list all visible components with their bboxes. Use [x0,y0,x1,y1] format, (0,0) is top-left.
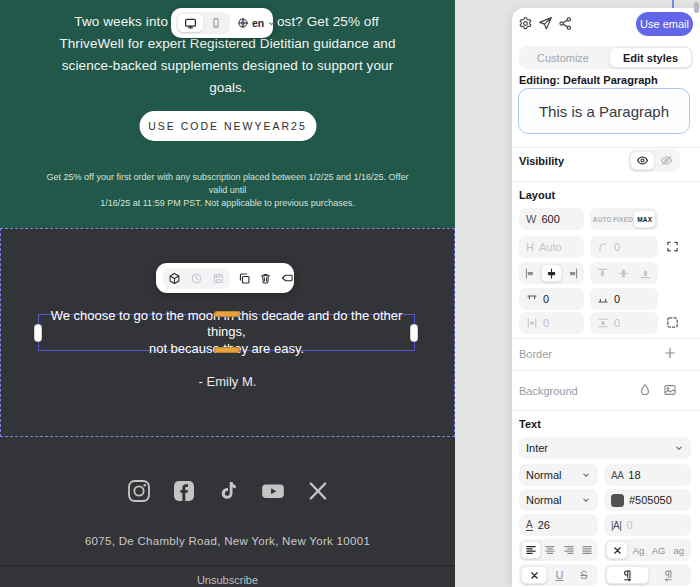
save-icon [212,272,225,285]
language-selector[interactable]: en [235,17,276,29]
padding-bottom-field[interactable]: 0 [590,288,658,310]
height-field[interactable]: H Auto [519,236,584,258]
x-icon[interactable] [306,479,330,503]
share-icon [558,16,573,31]
instagram-icon[interactable] [126,478,152,504]
chevron-down-icon [581,470,591,480]
direction-ltr-button[interactable] [606,566,649,584]
background-image-button[interactable] [663,383,677,397]
align-center-button[interactable] [541,264,563,282]
resize-handle-bottom[interactable] [214,347,240,353]
direction-rtl-button[interactable] [649,566,690,584]
paragraph-style-preview: This is a Paragraph [518,88,690,134]
hero-paragraph[interactable]: science-backed supplements designed to s… [0,58,455,74]
strikethrough-button[interactable]: S [572,566,596,584]
tab-edit-styles[interactable]: Edit styles [609,47,692,68]
x-clear-icon [612,545,623,556]
case-lower-button[interactable]: ag [669,541,689,559]
hero-paragraph[interactable]: ThriveWell for expert Registered Dietiti… [0,36,455,52]
selected-paragraph-block[interactable]: We choose to go to the moon in this deca… [38,314,415,351]
promo-code-button[interactable]: USE CODE NEWYEAR25 [139,111,316,141]
globe-icon [237,17,249,29]
send-test-button[interactable] [538,16,553,31]
hidden-button[interactable] [655,151,678,170]
history-button[interactable] [190,272,203,285]
resize-handle-left[interactable] [34,324,42,342]
text-color-field[interactable]: #505050 [604,489,691,511]
unsubscribe-link[interactable]: Unsubscribe [0,574,455,586]
background-color-button[interactable] [638,383,652,397]
align-bottom-button[interactable] [635,264,656,282]
case-none-button[interactable] [606,541,628,559]
eye-icon [636,154,649,167]
quote-section[interactable]: We choose to go to the moon in this deca… [0,228,455,437]
visible-button[interactable] [630,151,655,170]
scrollbar-thumb[interactable] [694,2,699,13]
device-toggle [176,12,230,34]
mode-fixed[interactable]: FIXED [613,210,634,228]
hero-paragraph[interactable]: goals. [0,80,455,96]
case-sentence-button[interactable]: Ag [628,541,648,559]
font-size-field[interactable]: AA 18 [604,464,691,486]
align-middle-button[interactable] [613,264,634,282]
decoration-none-button[interactable] [521,566,547,584]
delete-button[interactable] [259,272,272,285]
history-icon [190,272,203,285]
font-weight-select[interactable]: Normal [519,464,598,486]
tab-customize[interactable]: Customize [519,46,607,69]
align-right-button[interactable] [562,264,582,282]
resize-handle-top[interactable] [214,311,240,317]
align-top-button[interactable] [592,264,613,282]
block-toolbar-group [163,268,230,289]
corner-radius-field[interactable]: 0 [590,236,658,258]
align-left-icon [524,267,537,280]
saved-module-button[interactable] [168,272,181,285]
line-height-field[interactable]: A 26 [519,514,598,536]
save-button[interactable] [212,272,225,285]
use-email-button[interactable]: Use email [636,12,693,36]
quote-attribution[interactable]: - Emily M. [0,374,455,389]
case-upper-button[interactable]: AG [649,541,669,559]
language-code: en [252,17,264,29]
mode-max[interactable]: MAX [633,210,656,228]
settings-button[interactable] [518,16,533,31]
facebook-icon[interactable] [171,478,197,504]
mode-auto[interactable]: AUTO [592,210,613,228]
hero-paragraph[interactable]: Two weeks into [0,14,168,30]
text-align-left-button[interactable] [521,541,541,559]
text-align-justify-button[interactable] [578,541,596,559]
font-family-select[interactable]: Inter [519,437,691,459]
desktop-view-button[interactable] [178,14,203,32]
linked-padding-button[interactable] [665,315,680,330]
text-align-right-button[interactable] [560,541,578,559]
padding-horizontal-field[interactable]: 0 [519,312,584,334]
company-address[interactable]: 6075, De Chambly Road, New York, New Yor… [0,535,455,547]
duplicate-button[interactable] [238,272,251,285]
expand-button[interactable] [665,239,680,254]
chevron-down-icon [674,443,684,453]
padding-top-field[interactable]: 0 [519,288,584,310]
text-decoration-control: U S [519,564,598,586]
add-border-button[interactable] [663,346,677,360]
hero-paragraph[interactable]: ost? Get 25% off [277,14,447,30]
border-label: Border [519,348,552,360]
mobile-view-button[interactable] [203,14,228,32]
padding-vertical-field[interactable]: 0 [590,312,658,334]
align-middle-icon [617,267,630,280]
mobile-icon [210,17,222,29]
youtube-icon[interactable] [259,478,287,504]
fine-print[interactable]: Get 25% off your first order with any su… [40,171,415,210]
tag-button[interactable] [280,271,294,285]
font-style-select[interactable]: Normal [519,489,598,511]
text-align-center-button[interactable] [541,541,559,559]
tag-icon [280,271,294,285]
letter-spacing-field[interactable]: |A| 0 [604,514,691,536]
share-button[interactable] [558,16,573,31]
tiktok-icon[interactable] [216,479,240,503]
underline-button[interactable]: U [547,566,571,584]
width-field[interactable]: W 600 [519,208,584,230]
color-swatch[interactable] [611,494,624,507]
resize-handle-right[interactable] [410,324,418,342]
visibility-label: Visibility [519,155,564,167]
align-left-button[interactable] [521,264,541,282]
